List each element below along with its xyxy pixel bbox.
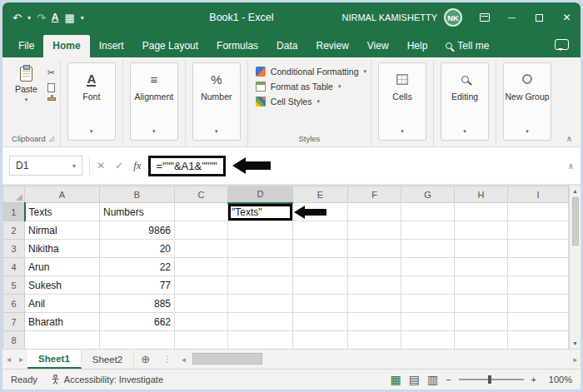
cell-I2[interactable] <box>508 221 569 240</box>
page-layout-view-icon[interactable]: ▤ <box>409 373 420 386</box>
column-header-C[interactable]: C <box>175 186 228 203</box>
cell-F4[interactable] <box>348 258 401 276</box>
sheet-tab-sheet1[interactable]: Sheet1 <box>27 350 82 369</box>
zoom-level[interactable]: 100% <box>544 375 572 385</box>
cell-E7[interactable] <box>293 313 348 331</box>
undo-caret-icon[interactable]: ▾ <box>27 14 31 22</box>
cell-C5[interactable] <box>175 276 228 295</box>
cell-styles-button[interactable]: Cell Styles ▾ <box>256 97 366 107</box>
cell-A6[interactable]: Anil <box>25 295 100 313</box>
cell-E2[interactable] <box>293 221 348 240</box>
undo-icon[interactable]: ↶ <box>12 12 22 24</box>
underline-icon[interactable]: A <box>52 12 59 23</box>
tab-review[interactable]: Review <box>306 35 357 57</box>
format-as-table-button[interactable]: Format as Table ▾ <box>256 82 366 92</box>
cell-H1[interactable] <box>455 203 508 221</box>
zoom-out-icon[interactable]: − <box>446 375 451 385</box>
zoom-slider[interactable] <box>459 379 524 380</box>
cell-G4[interactable] <box>401 258 455 276</box>
cell-I7[interactable] <box>508 313 569 331</box>
cell-H7[interactable] <box>455 313 508 331</box>
row-header-3[interactable]: 3 <box>3 240 25 258</box>
cell-B6[interactable]: 885 <box>100 295 175 313</box>
clipboard-dialog-launcher-icon[interactable]: ◿ <box>49 135 54 142</box>
cell-C3[interactable] <box>175 240 228 258</box>
font-collapsed-button[interactable]: A Font ▾ <box>67 62 116 141</box>
zoom-slider-thumb[interactable] <box>488 375 491 384</box>
vertical-scroll-thumb[interactable] <box>572 197 579 246</box>
cell-F7[interactable] <box>348 313 401 331</box>
cell-G5[interactable] <box>401 276 455 295</box>
scroll-up-icon[interactable]: ▲ <box>572 188 578 194</box>
cell-H2[interactable] <box>455 221 508 240</box>
cell-C7[interactable] <box>175 313 228 331</box>
cell-A7[interactable]: Bharath <box>25 313 100 331</box>
hscroll-left-icon[interactable]: ◂ <box>178 355 189 364</box>
cell-B8[interactable] <box>100 331 175 350</box>
paste-button[interactable]: Paste ▾ <box>10 62 42 105</box>
cell-G1[interactable] <box>401 203 455 221</box>
column-header-I[interactable]: I <box>508 186 569 203</box>
cell-C1[interactable] <box>175 203 228 221</box>
sheet-nav-left-icon[interactable]: ◂ <box>2 355 15 364</box>
cell-E4[interactable] <box>293 258 348 276</box>
cell-A1[interactable]: Texts <box>25 203 100 221</box>
cell-H3[interactable] <box>455 240 508 258</box>
row-header-6[interactable]: 6 <box>3 295 25 313</box>
cell-D6[interactable] <box>228 295 293 313</box>
row-header-1[interactable]: 1 <box>3 203 25 221</box>
editing-collapsed-button[interactable]: Editing ▾ <box>441 62 489 141</box>
cells-collapsed-button[interactable]: Cells ▾ <box>378 62 426 141</box>
sheet-tab-sheet2[interactable]: Sheet2 <box>82 350 134 369</box>
cell-D1[interactable]: "Texts" <box>228 203 293 221</box>
column-header-E[interactable]: E <box>293 186 348 203</box>
cell-C2[interactable] <box>175 221 228 240</box>
cell-G8[interactable] <box>401 331 455 350</box>
cell-I4[interactable] <box>508 258 569 276</box>
format-painter-icon[interactable] <box>47 97 56 101</box>
tab-data[interactable]: Data <box>267 35 306 57</box>
insert-function-icon[interactable]: fx <box>133 159 141 172</box>
cell-A5[interactable]: Sukesh <box>25 276 100 295</box>
cell-H5[interactable] <box>455 276 508 295</box>
tab-splitter-dots[interactable]: ⋮ <box>157 355 178 364</box>
cell-I6[interactable] <box>508 295 569 313</box>
enter-icon[interactable]: ✓ <box>115 160 123 171</box>
cell-B1[interactable]: Numbers <box>100 203 175 221</box>
page-break-view-icon[interactable]: ▥ <box>427 373 438 386</box>
row-header-2[interactable]: 2 <box>3 221 25 240</box>
comments-icon[interactable] <box>555 39 569 50</box>
cell-E3[interactable] <box>293 240 348 258</box>
column-header-D[interactable]: D <box>228 186 293 203</box>
cell-D3[interactable] <box>228 240 293 258</box>
cell-G3[interactable] <box>401 240 455 258</box>
cell-I5[interactable] <box>508 276 569 295</box>
cell-B5[interactable]: 77 <box>100 276 175 295</box>
cell-A4[interactable]: Arun <box>25 258 100 276</box>
table-icon[interactable]: ▦ <box>65 12 75 24</box>
cell-E8[interactable] <box>293 331 348 350</box>
cell-I8[interactable] <box>508 331 569 350</box>
tab-help[interactable]: Help <box>398 35 437 57</box>
cell-H6[interactable] <box>455 295 508 313</box>
minimize-button[interactable]: ─ <box>498 2 526 32</box>
cell-F8[interactable] <box>348 331 401 350</box>
row-header-5[interactable]: 5 <box>3 276 25 295</box>
column-header-G[interactable]: G <box>401 186 455 203</box>
tab-insert[interactable]: Insert <box>90 35 133 57</box>
collapse-ribbon-icon[interactable]: ∧ <box>566 134 572 143</box>
number-collapsed-button[interactable]: % Number ▾ <box>192 62 241 141</box>
new-sheet-icon[interactable]: ⊕ <box>134 353 157 365</box>
column-header-F[interactable]: F <box>348 186 401 203</box>
copy-icon[interactable] <box>47 83 55 92</box>
cell-F6[interactable] <box>348 295 401 313</box>
column-header-B[interactable]: B <box>100 186 175 203</box>
quick-access-caret-icon[interactable]: ▾ <box>81 14 84 22</box>
alignment-collapsed-button[interactable]: ≡ Alignment ▾ <box>130 62 178 141</box>
cell-C8[interactable] <box>175 331 228 350</box>
sheet-nav-right-icon[interactable]: ▸ <box>15 355 27 364</box>
column-header-H[interactable]: H <box>455 186 508 203</box>
tab-view[interactable]: View <box>358 35 398 57</box>
maximize-button[interactable] <box>526 2 553 32</box>
hscroll-right-icon[interactable]: ▸ <box>570 355 581 364</box>
